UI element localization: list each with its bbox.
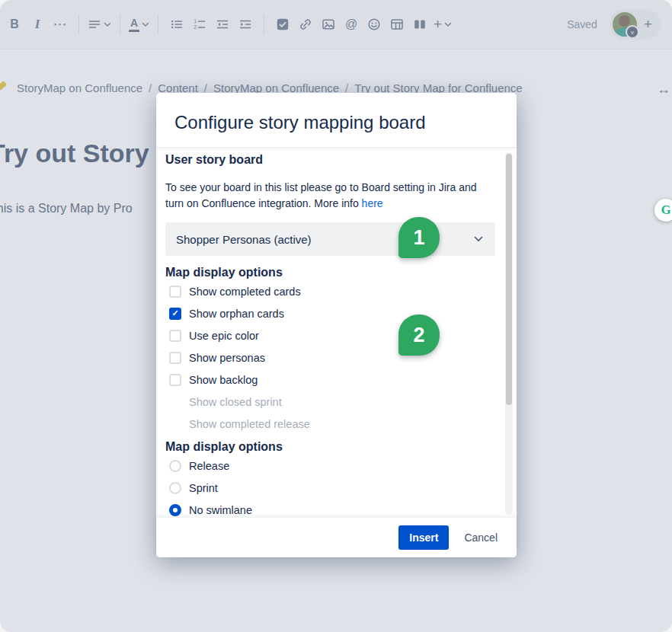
display-options-heading: Map display options: [165, 265, 495, 280]
configure-board-dialog: Configure story mapping board User story…: [156, 93, 517, 557]
insert-button[interactable]: Insert: [398, 525, 449, 550]
grammarly-icon[interactable]: G: [654, 199, 672, 222]
board-section-heading: User story board: [165, 152, 495, 168]
radio-icon[interactable]: [169, 460, 181, 472]
checkbox-show-backlog[interactable]: Show backlog: [165, 369, 495, 391]
checkbox-icon[interactable]: [169, 308, 181, 320]
radio-icon[interactable]: [169, 504, 181, 516]
checkbox-show-personas[interactable]: Show personas: [165, 346, 495, 369]
dialog-title: Configure story mapping board: [174, 111, 498, 134]
checkbox-show-closed-sprint: Show closed sprint: [165, 391, 495, 413]
checkbox-icon[interactable]: [169, 330, 181, 342]
cancel-button[interactable]: Cancel: [464, 531, 498, 544]
chevron-down-icon: [474, 236, 483, 242]
radio-no-swimlane[interactable]: No swimlane: [165, 499, 495, 518]
scrollbar-thumb[interactable]: [506, 154, 512, 405]
radio-release[interactable]: Release: [165, 455, 495, 477]
board-section-description: To see your board in this list please go…: [165, 180, 493, 212]
scrollbar[interactable]: [505, 152, 513, 515]
checkbox-show-completed-release: Show completed release: [165, 413, 495, 435]
dialog-footer: Insert Cancel: [156, 518, 517, 557]
checkbox-show-orphan-cards[interactable]: Show orphan cards: [165, 302, 495, 324]
radio-icon[interactable]: [169, 482, 181, 494]
dialog-body: User story board To see your board in th…: [156, 148, 517, 518]
checkbox-show-completed-cards[interactable]: Show completed cards: [165, 280, 495, 302]
more-info-link[interactable]: here: [362, 197, 383, 209]
board-select[interactable]: Shopper Personas (active): [165, 222, 495, 256]
swimlane-options-heading: Map display options: [165, 439, 495, 455]
radio-sprint[interactable]: Sprint: [165, 477, 495, 499]
checkbox-icon[interactable]: [169, 286, 181, 298]
tour-step-badge-2: 2: [398, 314, 440, 356]
confluence-editor-window: B I ⋯ A 12: [0, 0, 672, 632]
tour-step-badge-1: 1: [398, 217, 440, 258]
checkbox-use-epic-color[interactable]: Use epic color: [165, 324, 495, 346]
dialog-header: Configure story mapping board: [156, 93, 517, 148]
board-select-value: Shopper Personas (active): [176, 233, 312, 246]
checkbox-icon[interactable]: [169, 374, 181, 386]
checkbox-icon[interactable]: [169, 352, 181, 364]
